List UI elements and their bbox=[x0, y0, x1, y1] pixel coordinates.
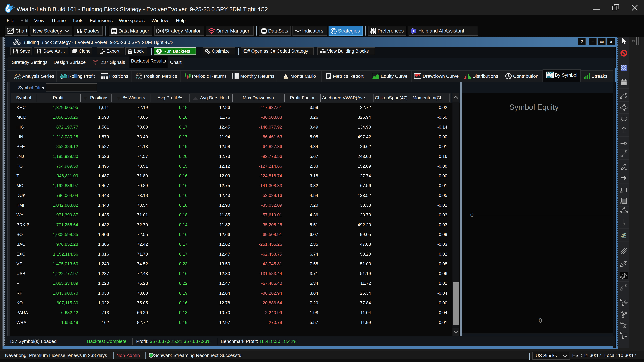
svg-text:ABC: ABC bbox=[546, 72, 553, 75]
svg-text:DEF: DEF bbox=[547, 75, 552, 78]
svg-text:AI: AI bbox=[412, 30, 415, 33]
